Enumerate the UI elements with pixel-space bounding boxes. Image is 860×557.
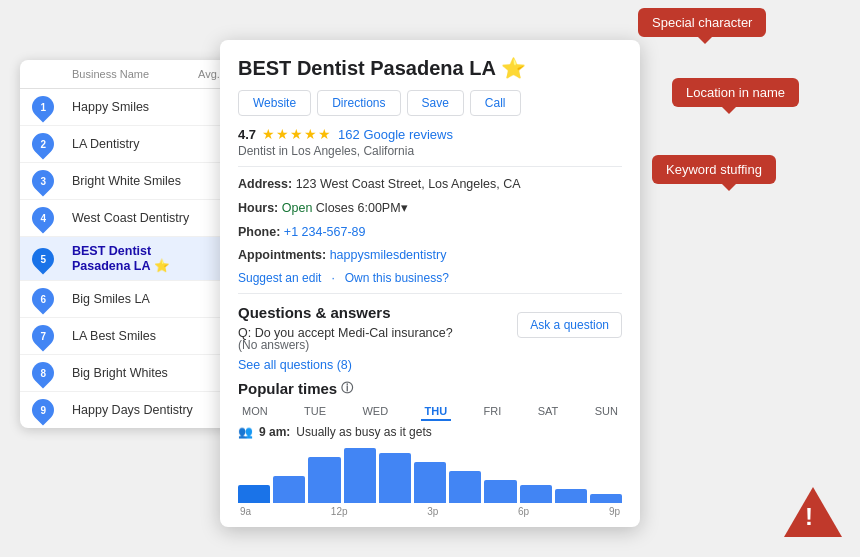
busy-icon: 👥	[238, 425, 253, 439]
rank-number: 4	[40, 213, 46, 224]
action-buttons: WebsiteDirectionsSaveCall	[238, 90, 622, 116]
rank-badge: 8	[27, 357, 58, 388]
address-label: Address:	[238, 177, 296, 191]
action-button[interactable]: Website	[238, 90, 311, 116]
phone-link[interactable]: +1 234-567-89	[284, 225, 366, 239]
rank-number: 1	[40, 102, 46, 113]
rank-badge: 2	[27, 128, 58, 159]
chart-bar	[238, 485, 270, 503]
review-link[interactable]: 162 Google reviews	[338, 127, 453, 142]
chart-bar	[273, 476, 305, 504]
chart-bar	[414, 462, 446, 503]
business-name: Big Smiles LA	[72, 292, 198, 306]
chart-label: 9p	[609, 506, 620, 517]
business-name: Happy Smiles	[72, 100, 198, 114]
rating-row: 4.7 ★★★★★ 162 Google reviews	[238, 126, 622, 142]
day-label[interactable]: WED	[358, 403, 392, 421]
chart-label: 3p	[427, 506, 438, 517]
hours-row: Hours: Open Closes 6:00PM▾	[238, 199, 622, 218]
business-name: Big Bright Whites	[72, 366, 198, 380]
popular-times-title: Popular times ⓘ	[238, 380, 622, 397]
rank-number: 8	[40, 368, 46, 379]
open-status: Open	[282, 201, 313, 215]
warning-triangle: !	[784, 487, 842, 537]
action-button[interactable]: Save	[407, 90, 464, 116]
rank-number: 9	[40, 405, 46, 416]
exclamation-icon: !	[805, 503, 813, 531]
rank-number: 7	[40, 331, 46, 342]
rank-badge: 6	[27, 283, 58, 314]
rating-number: 4.7	[238, 127, 256, 142]
appt-link[interactable]: happysmilesdentistry	[330, 248, 447, 262]
business-name: LA Dentistry	[72, 137, 198, 151]
ask-question-button[interactable]: Ask a question	[517, 312, 622, 338]
chart-label: 9a	[240, 506, 251, 517]
chart-labels: 9a12p3p6p9p	[238, 506, 622, 517]
chart-bar	[520, 485, 552, 503]
address-row: Address: 123 West Coast Street, Los Ange…	[238, 175, 622, 194]
business-name: Happy Days Dentistry	[72, 403, 198, 417]
chart-label: 6p	[518, 506, 529, 517]
qa-no-answer: (No answers)	[238, 338, 622, 352]
chart-bar	[555, 489, 587, 503]
header-business-name: Business Name	[72, 68, 198, 80]
edit-links: Suggest an edit · Own this business?	[238, 271, 622, 285]
header-rank	[32, 68, 72, 80]
business-name: West Coast Dentistry	[72, 211, 198, 225]
busy-row: 👥 9 am: Usually as busy as it gets	[238, 425, 622, 439]
business-name: BEST Dentist Pasadena LA ⭐	[72, 244, 198, 273]
business-name: Bright White Smiles	[72, 174, 198, 188]
callout-keyword-stuffing: Keyword stuffing	[652, 155, 776, 184]
rank-badge: 4	[27, 202, 58, 233]
chart-bar	[449, 471, 481, 503]
stars: ★★★★★	[262, 126, 332, 142]
rank-number: 6	[40, 294, 46, 305]
popular-times-section: Popular times ⓘ MONTUEWEDTHUFRISATSUN 👥 …	[238, 380, 622, 513]
see-all-questions-link[interactable]: See all questions (8)	[238, 358, 622, 372]
rank-badge: 3	[27, 165, 58, 196]
chart-bar	[590, 494, 622, 503]
hours-close: Closes 6:00PM▾	[316, 201, 408, 215]
address-value: 123 West Coast Street, Los Angeles, CA	[296, 177, 521, 191]
triangle-shape: !	[784, 487, 842, 537]
day-label[interactable]: SAT	[534, 403, 563, 421]
chart-bar	[379, 453, 411, 503]
appt-label: Appointments:	[238, 248, 326, 262]
chart-label: 12p	[331, 506, 348, 517]
chart-bar	[308, 457, 340, 503]
rank-number: 5	[40, 253, 46, 264]
chart-container: 9a12p3p6p9p	[238, 443, 622, 513]
business-type: Dentist in Los Angeles, California	[238, 144, 622, 158]
day-label[interactable]: THU	[421, 403, 452, 421]
busy-text: Usually as busy as it gets	[296, 425, 431, 439]
rank-badge: 5	[27, 243, 58, 274]
business-panel: BEST Dentist Pasadena LA ⭐ WebsiteDirect…	[220, 40, 640, 527]
rank-badge: 7	[27, 320, 58, 351]
hours-label: Hours:	[238, 201, 278, 215]
callout-location-in-name: Location in name	[672, 78, 799, 107]
phone-label: Phone:	[238, 225, 280, 239]
rank-badge: 9	[27, 394, 58, 425]
day-label[interactable]: SUN	[591, 403, 622, 421]
action-button[interactable]: Directions	[317, 90, 400, 116]
own-business-link[interactable]: Own this business?	[345, 271, 449, 285]
divider-2	[238, 293, 622, 294]
day-label[interactable]: FRI	[480, 403, 506, 421]
business-name: LA Best Smiles	[72, 329, 198, 343]
day-label[interactable]: MON	[238, 403, 272, 421]
rank-badge: 1	[27, 91, 58, 122]
callout-special-character: Special character	[638, 8, 766, 37]
rank-number: 3	[40, 176, 46, 187]
divider-1	[238, 166, 622, 167]
rank-number: 2	[40, 139, 46, 150]
busy-time: 9 am:	[259, 425, 290, 439]
day-label[interactable]: TUE	[300, 403, 330, 421]
appointments-row: Appointments: happysmilesdentistry	[238, 246, 622, 265]
phone-row: Phone: +1 234-567-89	[238, 223, 622, 242]
suggest-edit-link[interactable]: Suggest an edit	[238, 271, 321, 285]
chart-bars	[238, 443, 622, 503]
business-title: BEST Dentist Pasadena LA ⭐	[238, 56, 622, 80]
action-button[interactable]: Call	[470, 90, 521, 116]
days-row: MONTUEWEDTHUFRISATSUN	[238, 403, 622, 421]
chart-bar	[484, 480, 516, 503]
